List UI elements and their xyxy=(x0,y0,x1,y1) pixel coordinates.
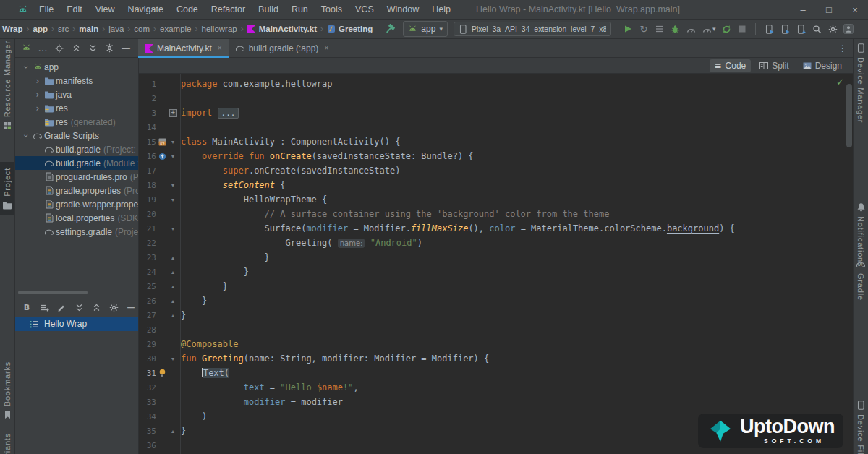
collapse-all-button[interactable] xyxy=(71,42,81,55)
tool-button-device-file-explorer[interactable]: Device File Explorer xyxy=(854,401,868,454)
menu-run[interactable]: Run xyxy=(285,4,315,14)
tree-chevron-icon[interactable]: › xyxy=(22,131,30,141)
search-everywhere-button[interactable] xyxy=(812,22,822,35)
tree-item-gradle-properties[interactable]: gradle.properties(Proje xyxy=(15,184,138,197)
tree-item-gradle-wrapper-propert[interactable]: gradle-wrapper.propert xyxy=(15,197,138,211)
code-line[interactable]: import ... xyxy=(181,106,853,120)
code-line[interactable]: setContent { xyxy=(181,178,853,192)
maximize-button[interactable]: □ xyxy=(816,0,842,19)
rerun-button[interactable]: ↻ xyxy=(639,22,649,35)
expand-all-button[interactable] xyxy=(74,301,84,314)
project-scrollbar[interactable] xyxy=(18,291,88,294)
device-manager-button[interactable] xyxy=(764,22,774,35)
run-button[interactable] xyxy=(623,22,633,35)
tab-mainactivity-kt[interactable]: MainActivity.kt× xyxy=(138,39,229,57)
fold-marker-icon[interactable]: ▾ xyxy=(168,153,178,160)
tree-item-gradle-scripts[interactable]: ›Gradle Scripts xyxy=(15,129,138,142)
code-lines[interactable]: package com.example.hellowrapimport ...c… xyxy=(181,74,853,454)
fold-marker-icon[interactable]: ▾ xyxy=(168,139,178,145)
profiler-button[interactable] xyxy=(686,22,697,35)
tree-item-res[interactable]: res(generated) xyxy=(15,115,138,129)
tool-button-resource-manager[interactable]: Resource Manager xyxy=(0,40,14,130)
code-line[interactable]: HelloWrapTheme { xyxy=(181,192,853,207)
tree-item-manifests[interactable]: ›manifests xyxy=(15,74,138,87)
code-line[interactable]: Surface(modifier = Modifier.fillMaxSize(… xyxy=(181,221,853,236)
close-tab-icon[interactable]: × xyxy=(218,44,222,52)
fold-marker-icon[interactable]: ▴ xyxy=(168,254,178,261)
tab-options-icon[interactable]: ⋮ xyxy=(833,39,853,57)
inspections-status-icon[interactable]: ✓ xyxy=(836,77,844,87)
breadcrumb-item[interactable]: java xyxy=(109,25,124,33)
hide-panel-button[interactable]: — xyxy=(126,301,136,314)
virtual-device-button[interactable] xyxy=(780,22,790,35)
code-line[interactable]: super.onCreate(savedInstanceState) xyxy=(181,163,853,178)
code-line[interactable]: } xyxy=(181,265,853,279)
code-line[interactable]: @Composable xyxy=(181,337,853,351)
fold-marker-icon[interactable]: ▴ xyxy=(168,298,178,304)
build-hammer-icon[interactable] xyxy=(384,24,396,35)
code-line[interactable]: text = "Hello $name!", xyxy=(181,380,853,395)
sort-button[interactable]: B xyxy=(22,301,32,314)
breadcrumb-item[interactable]: Wrap xyxy=(2,25,23,33)
hide-panel-button[interactable]: — xyxy=(121,42,131,55)
code-line[interactable]: } xyxy=(181,250,853,265)
more-icon[interactable]: … xyxy=(38,42,48,55)
collapse-all-button[interactable] xyxy=(91,301,101,314)
breadcrumb-item[interactable]: example xyxy=(160,25,191,33)
sdk-manager-button[interactable] xyxy=(796,22,806,35)
code-line[interactable] xyxy=(181,322,853,337)
override-gutter-icon[interactable] xyxy=(156,153,168,160)
profile-button[interactable] xyxy=(843,22,854,35)
code-line[interactable]: modifier = modifier xyxy=(181,395,853,409)
tool-button-notifications[interactable]: Notifications xyxy=(854,202,868,267)
tree-item-settings-gradle[interactable]: settings.gradle(Project xyxy=(15,225,138,239)
breadcrumb-item[interactable]: Greeting xyxy=(327,25,373,33)
device-select[interactable]: Pixel_3a_API_34_extension_level_7_x86… xyxy=(454,22,611,36)
tree-item-app[interactable]: ›app xyxy=(15,60,138,74)
menu-help[interactable]: Help xyxy=(425,4,457,14)
tool-button-bookmarks[interactable]: Bookmarks xyxy=(0,361,14,419)
profiler-dropdown-button[interactable]: ▾ xyxy=(702,22,716,35)
code-line[interactable]: class MainActivity : ComponentActivity()… xyxy=(181,134,853,149)
android-view-selector[interactable] xyxy=(21,42,31,55)
menu-window[interactable]: Window xyxy=(380,4,425,14)
fold-marker-icon[interactable]: + xyxy=(168,109,178,117)
breadcrumb-item[interactable]: src xyxy=(58,25,69,33)
mode-design-button[interactable]: Design xyxy=(798,59,847,72)
breadcrumb-item[interactable]: main xyxy=(79,25,98,33)
fold-marker-icon[interactable]: ▾ xyxy=(168,226,178,232)
code-line[interactable]: // A surface container using the 'backgr… xyxy=(181,207,853,221)
minimize-button[interactable]: – xyxy=(790,0,816,19)
close-button[interactable]: × xyxy=(842,0,868,19)
kclass-gutter-icon[interactable]: K2 xyxy=(156,138,168,146)
editor-scrollbar[interactable] xyxy=(846,84,852,147)
breadcrumb-item[interactable]: app xyxy=(33,25,48,33)
bulb-gutter-icon[interactable] xyxy=(156,369,168,377)
code-line[interactable] xyxy=(181,91,853,106)
tool-button-device-manager[interactable]: Device Manager xyxy=(854,43,868,123)
code-line[interactable]: Text( xyxy=(181,366,853,380)
run-configuration-item[interactable]: Hello Wrap xyxy=(15,317,138,331)
tab-build-gradle-app-[interactable]: build.gradle (:app)× xyxy=(229,39,336,57)
menu-tools[interactable]: Tools xyxy=(315,4,349,14)
run-configuration-select[interactable]: app ▾ xyxy=(403,21,448,37)
mode-split-button[interactable]: Split xyxy=(754,59,793,72)
tree-chevron-icon[interactable]: › xyxy=(33,77,43,85)
apply-changes-button[interactable] xyxy=(721,22,731,35)
fold-marker-icon[interactable]: ▴ xyxy=(168,269,178,275)
tree-chevron-icon[interactable]: › xyxy=(22,62,30,72)
settings-button[interactable] xyxy=(109,301,119,314)
code-line[interactable]: override fun onCreate(savedInstanceState… xyxy=(181,149,853,163)
tree-chevron-icon[interactable]: › xyxy=(33,90,43,99)
tree-item-proguard-rules-pro[interactable]: proguard-rules.pro(Pro xyxy=(15,170,138,184)
menu-view[interactable]: View xyxy=(89,4,122,14)
code-line[interactable]: Greeting( name: "Android") xyxy=(181,236,853,250)
fold-marker-icon[interactable]: ▾ xyxy=(168,197,178,203)
tool-button-build-variants[interactable]: Build Variants xyxy=(0,433,14,454)
menu-vcs[interactable]: VCS xyxy=(349,4,380,14)
tool-button-gradle[interactable]: Gradle xyxy=(854,260,868,301)
breadcrumb-item[interactable]: MainActivity.kt xyxy=(247,25,317,33)
fold-marker-icon[interactable]: ▴ xyxy=(168,283,178,290)
code-line[interactable]: package com.example.hellowrap xyxy=(181,77,853,91)
breadcrumb-item[interactable]: com xyxy=(134,25,150,33)
